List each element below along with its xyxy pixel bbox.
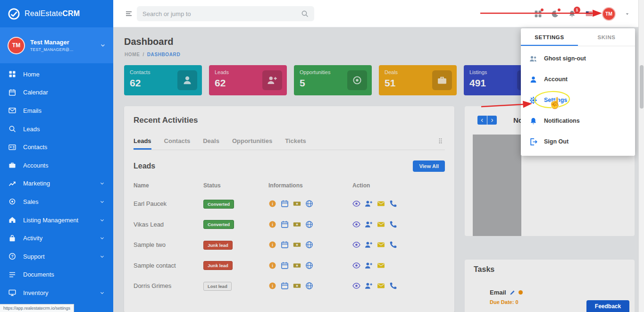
chevron-down-icon — [100, 236, 105, 241]
feedback-button[interactable]: Feedback — [586, 300, 629, 312]
sidebar-item-activity[interactable]: Activity — [0, 229, 113, 247]
globe-icon[interactable] — [305, 220, 313, 228]
edit-icon[interactable] — [510, 290, 515, 295]
menu-item-settings[interactable]: Settings — [521, 90, 635, 110]
view-icon[interactable] — [352, 220, 360, 228]
brand-logo-icon — [8, 8, 20, 20]
globe-icon[interactable] — [305, 261, 313, 270]
sidebar-item-sales[interactable]: Sales — [0, 193, 113, 211]
stat-card-contacts[interactable]: Contacts 62 — [124, 65, 202, 95]
next-button[interactable] — [487, 116, 497, 125]
sidebar-user-card[interactable]: TM Test Manager TEST_MANAGER@... — [0, 27, 113, 63]
lead-name[interactable]: Sample two — [134, 241, 203, 248]
tab-opportunities[interactable]: Opportunities — [232, 137, 272, 150]
bell-icon[interactable]: 1 — [568, 10, 576, 18]
money-icon[interactable] — [293, 261, 301, 270]
calendar-icon[interactable] — [281, 241, 289, 249]
tab-skins[interactable]: SKINS — [578, 28, 635, 46]
prev-button[interactable] — [477, 116, 487, 125]
menu-item-account[interactable]: Account — [521, 69, 635, 90]
sidebar-item-documents[interactable]: Documents — [0, 266, 113, 284]
chevron-down-icon[interactable] — [625, 11, 630, 17]
sidebar-item-calendar[interactable]: Calendar — [0, 84, 113, 102]
user-avatar-button[interactable]: TM — [602, 7, 616, 21]
menu-item-notifications[interactable]: Notifications — [521, 110, 635, 131]
view-icon[interactable] — [352, 261, 360, 270]
phone-icon[interactable] — [389, 282, 397, 290]
phone-icon[interactable] — [389, 241, 397, 249]
email-icon[interactable] — [377, 241, 385, 249]
money-icon[interactable] — [293, 282, 301, 290]
money-icon[interactable] — [293, 200, 301, 208]
calendar-icon[interactable] — [281, 220, 289, 228]
calendar-icon[interactable] — [281, 200, 289, 208]
sidebar-item-emails[interactable]: Emails — [0, 101, 113, 120]
menu-item-sign-out[interactable]: Sign Out — [521, 131, 635, 152]
phone-icon[interactable] — [389, 200, 397, 208]
lead-name[interactable]: Earl Paucek — [134, 200, 203, 207]
sidebar-item-leads[interactable]: Leads — [0, 120, 113, 138]
email-icon[interactable] — [377, 200, 385, 208]
sidebar-item-listing-management[interactable]: Listing Management — [0, 211, 113, 229]
globe-icon[interactable] — [305, 200, 313, 208]
sidebar-item-support[interactable]: ?Support — [0, 247, 113, 266]
grip-icon[interactable] — [437, 137, 444, 144]
brand[interactable]: RealEstateCRM — [0, 0, 113, 27]
stat-card-deals[interactable]: Deals 51 — [379, 65, 457, 95]
col-status: Status — [203, 182, 268, 189]
tab-tickets[interactable]: Tickets — [285, 137, 306, 150]
view-all-button[interactable]: View All — [413, 160, 445, 172]
info-icon[interactable]: i — [268, 261, 276, 270]
notification-dot — [558, 8, 560, 11]
stat-card-leads[interactable]: Leads 62 — [209, 65, 287, 95]
lead-name[interactable]: Dorris Grimes — [134, 282, 203, 289]
hamburger-icon[interactable] — [125, 10, 133, 17]
menu-item-ghost-sign-out[interactable]: Ghost sign-out — [521, 48, 635, 69]
dark-mode-icon[interactable] — [551, 10, 559, 18]
money-icon[interactable] — [293, 220, 301, 228]
info-icon[interactable]: i — [268, 282, 276, 290]
sidebar-item-home[interactable]: Home — [0, 65, 113, 84]
email-icon[interactable] — [377, 282, 385, 290]
email-icon[interactable] — [377, 261, 385, 270]
tab-deals[interactable]: Deals — [203, 137, 219, 150]
scrollbar-thumb[interactable] — [640, 65, 644, 109]
language-flag-icon[interactable] — [585, 10, 593, 17]
calendar-icon[interactable] — [281, 261, 289, 270]
task-label[interactable]: Email — [490, 289, 506, 296]
info-icon[interactable]: i — [268, 241, 276, 249]
apps-menu-icon[interactable] — [534, 10, 542, 18]
tab-settings[interactable]: SETTINGS — [521, 28, 578, 46]
calendar-icon[interactable] — [281, 282, 289, 290]
info-icon[interactable]: i — [268, 200, 276, 208]
col-informations: Informations — [268, 182, 352, 189]
breadcrumb-home[interactable]: HOME — [125, 52, 140, 57]
sidebar-item-contacts[interactable]: Contacts — [0, 138, 113, 156]
task-item[interactable]: Email — [490, 289, 523, 296]
search-input[interactable] — [142, 10, 301, 17]
globe-icon[interactable] — [305, 282, 313, 290]
add-contact-icon[interactable] — [365, 220, 373, 228]
view-icon[interactable] — [352, 200, 360, 208]
view-icon[interactable] — [352, 282, 360, 290]
sidebar-item-accounts[interactable]: Accounts — [0, 156, 113, 175]
sidebar-item-inventory[interactable]: Inventory — [0, 284, 113, 302]
email-icon[interactable] — [377, 220, 385, 228]
info-icon[interactable]: i — [268, 220, 276, 228]
stat-card-opportunities[interactable]: Opportunities 5 — [294, 65, 372, 95]
search-icon[interactable] — [301, 10, 309, 17]
add-contact-icon[interactable] — [365, 282, 373, 290]
tab-leads[interactable]: Leads — [134, 137, 151, 150]
globe-icon[interactable] — [305, 241, 313, 249]
view-icon[interactable] — [352, 241, 360, 249]
add-contact-icon[interactable] — [365, 241, 373, 249]
add-contact-icon[interactable] — [365, 200, 373, 208]
sidebar-item-marketing[interactable]: Marketing — [0, 175, 113, 193]
tab-contacts[interactable]: Contacts — [164, 137, 191, 150]
phone-icon[interactable] — [389, 220, 397, 228]
money-icon[interactable] — [293, 241, 301, 249]
add-contact-icon[interactable] — [365, 261, 373, 270]
global-search[interactable] — [137, 6, 314, 21]
lead-name[interactable]: Sample contact — [134, 262, 203, 269]
lead-name[interactable]: Vikas Lead — [134, 221, 203, 228]
